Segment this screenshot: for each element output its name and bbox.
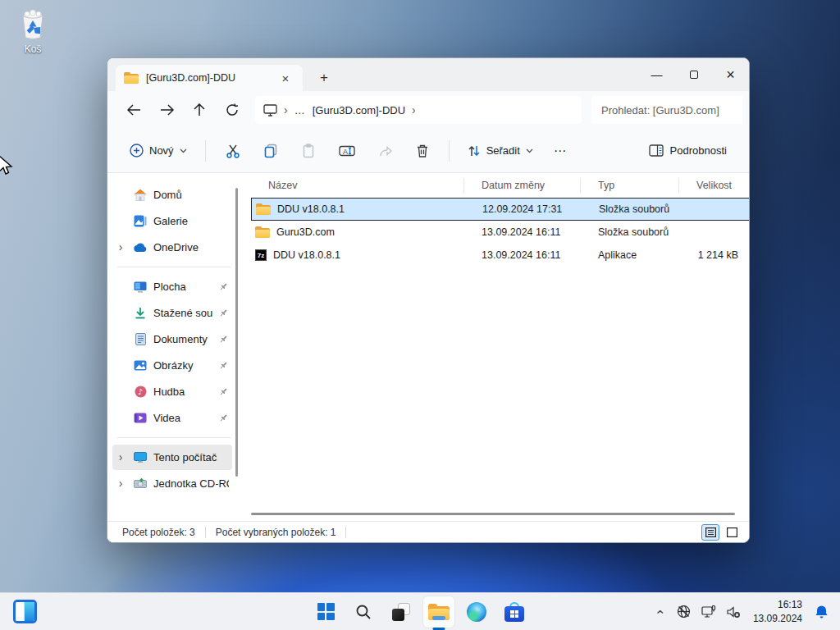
column-header-size[interactable]: Velikost: [679, 178, 750, 193]
mouse-cursor: [0, 155, 14, 176]
task-view-button[interactable]: [386, 596, 417, 628]
windows-logo-icon: [317, 603, 335, 620]
sort-arrows-icon: [468, 144, 481, 158]
recycle-bin[interactable]: Koš: [10, 7, 56, 55]
sidebar-item-cd-drive[interactable]: › Jednotka CD-RO: [112, 471, 232, 496]
copy-button[interactable]: [254, 138, 287, 164]
column-header-type[interactable]: Typ: [581, 178, 679, 193]
sidebar-item-this-pc[interactable]: › Tento počítač: [112, 445, 232, 470]
up-button[interactable]: [185, 96, 214, 124]
taskbar-center: [310, 593, 530, 630]
column-headers: Název Datum změny Typ Velikost: [244, 173, 750, 198]
tab-bar: [Guru3D.com]-DDU × + — ×: [107, 58, 749, 91]
chevron-right-icon[interactable]: ›: [119, 451, 123, 463]
volume-muted-icon[interactable]: [722, 599, 745, 625]
details-view-button[interactable]: [701, 524, 719, 541]
breadcrumb-current-folder[interactable]: [Guru3D.com]-DDU: [313, 104, 405, 116]
taskbar: › 16:13 13.09.2024: [0, 592, 840, 630]
store-button[interactable]: [499, 596, 530, 628]
toolbar-separator: [449, 140, 450, 162]
new-button[interactable]: Nový: [122, 138, 194, 163]
more-options-button[interactable]: …: [546, 139, 576, 163]
breadcrumb-ellipsis[interactable]: …: [294, 104, 306, 116]
plus-circle-icon: [130, 144, 144, 158]
notification-bell-button[interactable]: [809, 599, 833, 625]
selected-count: Počet vybraných položek: 1: [216, 527, 336, 538]
breadcrumb-chevron-icon[interactable]: ›: [412, 104, 416, 116]
sidebar-item-home[interactable]: Domů: [112, 182, 232, 208]
recycle-bin-icon: [10, 7, 56, 43]
desktop-wallpaper: Koš [Guru3D.com]-DDU × + — ×: [0, 0, 840, 630]
chevron-down-icon: [180, 148, 187, 153]
sidebar-item-desktop[interactable]: Plocha: [112, 274, 232, 299]
file-row[interactable]: DDU v18.0.8.1 12.09.2024 17:31 Složka so…: [251, 198, 750, 221]
tab-close-icon[interactable]: ×: [276, 69, 294, 87]
search-button[interactable]: [348, 596, 379, 628]
widgets-icon: [16, 602, 25, 621]
sidebar-item-pictures[interactable]: Obrázky: [112, 353, 232, 378]
column-header-date[interactable]: Datum změny: [464, 178, 581, 193]
cut-button[interactable]: [217, 138, 249, 164]
sidebar-item-videos[interactable]: Videa: [112, 405, 232, 431]
details-pane-label: Podrobnosti: [670, 144, 727, 157]
sidebar-item-onedrive[interactable]: › OneDrive: [112, 235, 232, 260]
store-icon: [504, 602, 524, 622]
pictures-icon: [133, 358, 148, 373]
chevron-right-icon[interactable]: ›: [119, 477, 123, 489]
this-pc-icon: [263, 104, 277, 116]
file-explorer-button[interactable]: [423, 596, 454, 628]
sidebar-item-documents[interactable]: Dokumenty: [112, 326, 232, 352]
horizontal-scrollbar[interactable]: [251, 513, 735, 515]
downloads-icon: [133, 306, 148, 321]
sidebar-item-music[interactable]: ♪ Hudba: [112, 379, 232, 404]
breadcrumb-chevron-icon[interactable]: ›: [284, 104, 288, 116]
no-internet-icon[interactable]: [673, 599, 696, 625]
chevron-right-icon[interactable]: ›: [119, 241, 123, 253]
details-pane-button[interactable]: Podrobnosti: [641, 139, 734, 162]
file-row[interactable]: Guru3D.com 13.09.2024 16:11 Složka soubo…: [251, 221, 750, 244]
navigation-bar: › … [Guru3D.com]-DDU › Prohledat: [Guru3…: [107, 91, 749, 129]
forward-button[interactable]: [152, 96, 181, 124]
tab-guru3d-ddu[interactable]: [Guru3D.com]-DDU ×: [116, 65, 303, 91]
share-button[interactable]: [369, 138, 402, 164]
network-display-icon[interactable]: [697, 599, 720, 625]
svg-text:♪: ♪: [138, 387, 143, 396]
edge-button[interactable]: [461, 596, 492, 628]
folder-icon: [255, 226, 270, 238]
rename-button[interactable]: A: [330, 138, 364, 164]
clock-time: 16:13: [753, 598, 802, 611]
widgets-button[interactable]: [13, 600, 37, 623]
file-row[interactable]: 7z DDU v18.0.8.1 13.09.2024 16:11 Aplika…: [251, 244, 750, 267]
minimize-button[interactable]: —: [638, 58, 675, 91]
column-header-name[interactable]: Název: [251, 178, 464, 193]
sort-button[interactable]: Seřadit: [460, 139, 541, 163]
chevron-up-icon: ›: [653, 609, 666, 614]
pin-icon: [219, 361, 229, 370]
clock-date: 13.09.2024: [753, 612, 802, 625]
back-button[interactable]: [119, 96, 148, 124]
7zip-app-icon: 7z: [255, 249, 267, 261]
delete-button[interactable]: [407, 138, 438, 164]
sidebar-item-downloads[interactable]: Stažené soub: [112, 300, 232, 326]
maximize-button[interactable]: [675, 58, 712, 91]
pin-icon: [219, 387, 229, 396]
window-body: Domů Galerie › OneDrive: [107, 173, 749, 521]
running-app-indicator: [433, 628, 445, 630]
sidebar-item-gallery[interactable]: Galerie: [112, 208, 232, 234]
bell-icon: [815, 605, 829, 619]
new-tab-button[interactable]: +: [313, 66, 336, 89]
hidden-icons-button[interactable]: ›: [648, 599, 671, 625]
refresh-button[interactable]: [217, 96, 247, 124]
taskbar-clock[interactable]: 16:13 13.09.2024: [746, 598, 807, 624]
close-button[interactable]: ×: [712, 58, 749, 91]
thumbnail-view-button[interactable]: [723, 524, 741, 541]
address-bar[interactable]: › … [Guru3D.com]-DDU ›: [255, 96, 582, 124]
sidebar-scrollbar[interactable]: [235, 188, 238, 477]
start-button[interactable]: [310, 596, 341, 628]
tab-title: [Guru3D.com]-DDU: [146, 72, 269, 84]
documents-icon: [133, 332, 148, 347]
status-divider: [345, 527, 346, 538]
search-box[interactable]: Prohledat: [Guru3D.com]: [591, 96, 742, 124]
paste-button[interactable]: [292, 138, 325, 164]
home-icon: [133, 188, 148, 203]
